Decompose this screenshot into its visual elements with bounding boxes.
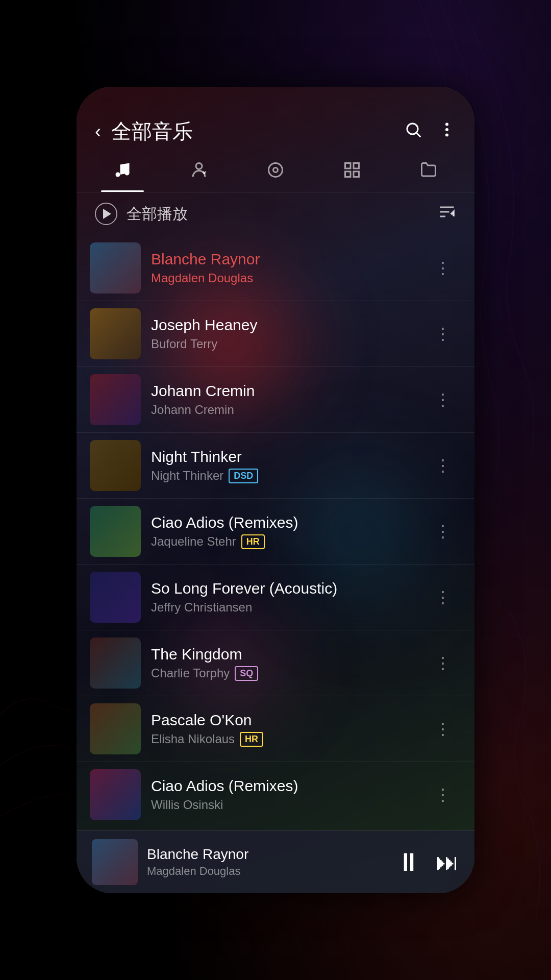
svg-point-5 — [116, 173, 120, 177]
song-info: Ciao Adios (Remixes) Jaqueline Stehr HR — [151, 514, 419, 549]
song-info: Night Thinker Night Thinker DSD — [151, 448, 419, 483]
play-all-label: 全部播放 — [127, 204, 188, 225]
song-artist: Magdalen Douglas — [151, 271, 253, 285]
svg-point-7 — [196, 163, 202, 169]
svg-point-6 — [125, 171, 130, 176]
song-list: Blanche Raynor Magdalen Douglas ⋮ Joseph… — [77, 235, 474, 830]
song-artist: Johann Cremin — [151, 403, 234, 417]
tab-songs[interactable] — [87, 154, 158, 192]
song-artwork — [90, 440, 141, 491]
song-sub: Buford Terry — [151, 337, 419, 351]
song-title: Pascale O'Kon — [151, 712, 419, 729]
song-artist: Buford Terry — [151, 337, 217, 351]
tab-playlists[interactable] — [316, 154, 388, 192]
song-artist: Night Thinker — [151, 469, 223, 483]
svg-line-1 — [417, 133, 420, 136]
page-title: 全部音乐 — [111, 117, 193, 145]
person-icon — [190, 161, 208, 184]
song-title: Blanche Raynor — [151, 251, 419, 268]
search-icon[interactable] — [404, 120, 422, 143]
album-icon — [266, 161, 285, 184]
song-artist: Elisha Nikolaus — [151, 732, 235, 746]
svg-rect-11 — [354, 163, 359, 169]
song-title: So Long Forever (Acoustic) — [151, 580, 419, 597]
song-more-button[interactable]: ⋮ — [430, 451, 456, 480]
tab-albums[interactable] — [240, 154, 311, 192]
song-sub: Elisha Nikolaus HR — [151, 732, 419, 747]
svg-rect-10 — [345, 163, 351, 169]
back-button[interactable]: ‹ — [95, 122, 101, 141]
song-info: Blanche Raynor Magdalen Douglas — [151, 251, 419, 285]
now-playing-info: Blanche Raynor Magdalen Douglas — [147, 846, 387, 878]
svg-point-4 — [445, 133, 448, 136]
song-title: Night Thinker — [151, 448, 419, 465]
song-title: Joseph Heaney — [151, 316, 419, 334]
header: ‹ 全部音乐 — [77, 112, 474, 154]
song-artwork — [90, 638, 141, 689]
play-all-bar: 全部播放 — [77, 192, 474, 235]
song-info: Pascale O'Kon Elisha Nikolaus HR — [151, 712, 419, 747]
tab-artists[interactable] — [163, 154, 235, 192]
song-item[interactable]: Joseph Heaney Buford Terry ⋮ — [77, 301, 474, 366]
now-playing-bar[interactable]: Blanche Raynor Magdalen Douglas ⏸ ⏭ — [77, 830, 474, 893]
song-item[interactable]: Ciao Adios (Remixes) Jaqueline Stehr HR … — [77, 499, 474, 564]
quality-badge: DSD — [229, 469, 258, 483]
song-item[interactable]: Blanche Raynor Magdalen Douglas ⋮ — [77, 235, 474, 301]
song-info: So Long Forever (Acoustic) Jeffry Christ… — [151, 580, 419, 615]
song-more-button[interactable]: ⋮ — [430, 714, 456, 744]
now-playing-artwork — [92, 839, 138, 885]
song-sub: Willis Osinski — [151, 798, 419, 812]
song-info: The Kingdom Charlie Torphy SQ — [151, 646, 419, 681]
song-title: Johann Cremin — [151, 382, 419, 400]
song-item[interactable]: So Long Forever (Acoustic) Jeffry Christ… — [77, 565, 474, 630]
song-artwork — [90, 506, 141, 557]
folder-icon — [419, 161, 438, 184]
song-info: Ciao Adios (Remixes) Willis Osinski — [151, 777, 419, 812]
song-artist: Charlie Torphy — [151, 666, 230, 680]
song-artwork — [90, 242, 141, 293]
song-sub: Jeffry Christiansen — [151, 600, 419, 615]
song-artist: Jaqueline Stehr — [151, 534, 236, 549]
quality-badge: HR — [240, 732, 263, 747]
svg-rect-12 — [345, 172, 351, 177]
song-item[interactable]: Ciao Adios (Remixes) Willis Osinski ⋮ — [77, 762, 474, 827]
song-more-button[interactable]: ⋮ — [430, 780, 456, 810]
quality-badge: SQ — [235, 666, 258, 681]
more-options-icon[interactable] — [438, 120, 456, 143]
song-artwork — [90, 769, 141, 820]
song-sub: Johann Cremin — [151, 403, 419, 417]
svg-point-2 — [445, 122, 448, 126]
song-info: Johann Cremin Johann Cremin — [151, 382, 419, 417]
song-item[interactable]: Pascale O'Kon Elisha Nikolaus HR ⋮ — [77, 696, 474, 762]
song-item[interactable]: Johann Cremin Johann Cremin ⋮ — [77, 367, 474, 432]
song-more-button[interactable]: ⋮ — [430, 517, 456, 546]
song-title: The Kingdom — [151, 646, 419, 663]
song-artwork — [90, 308, 141, 359]
song-artist: Willis Osinski — [151, 798, 223, 812]
svg-point-0 — [407, 124, 418, 134]
song-info: Joseph Heaney Buford Terry — [151, 316, 419, 351]
pause-button[interactable]: ⏸ — [396, 849, 421, 875]
now-playing-artist: Magdalen Douglas — [147, 865, 387, 878]
song-title: Ciao Adios (Remixes) — [151, 514, 419, 531]
now-playing-title: Blanche Raynor — [147, 846, 387, 863]
song-more-button[interactable]: ⋮ — [430, 385, 456, 414]
tab-folders[interactable] — [393, 154, 464, 192]
song-item[interactable]: Night Thinker Night Thinker DSD ⋮ — [77, 433, 474, 498]
play-all-button[interactable] — [95, 203, 117, 225]
song-artwork — [90, 703, 141, 754]
svg-point-9 — [273, 168, 278, 173]
song-sub: Charlie Torphy SQ — [151, 666, 419, 681]
nav-tabs — [77, 154, 474, 192]
song-more-button[interactable]: ⋮ — [430, 253, 456, 283]
song-title: Ciao Adios (Remixes) — [151, 777, 419, 795]
song-more-button[interactable]: ⋮ — [430, 319, 456, 349]
song-more-button[interactable]: ⋮ — [430, 648, 456, 678]
sort-icon[interactable] — [438, 203, 456, 225]
song-more-button[interactable]: ⋮ — [430, 582, 456, 612]
status-bar — [77, 87, 474, 112]
playback-controls: ⏸ ⏭ — [396, 849, 459, 875]
song-item[interactable]: The Kingdom Charlie Torphy SQ ⋮ — [77, 630, 474, 696]
next-button[interactable]: ⏭ — [436, 850, 459, 874]
song-sub: Jaqueline Stehr HR — [151, 534, 419, 549]
